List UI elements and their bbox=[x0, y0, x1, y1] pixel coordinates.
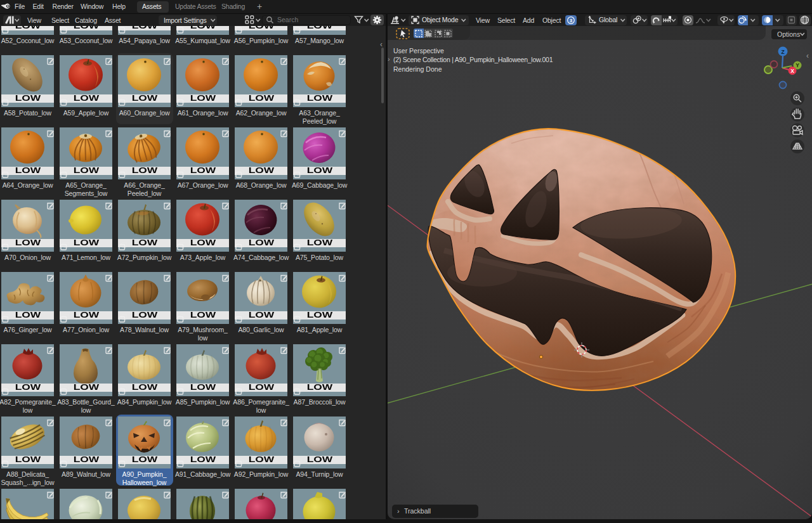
svg-text:3: 3 bbox=[570, 17, 573, 23]
svg-text:X: X bbox=[790, 68, 794, 74]
svg-text:Y: Y bbox=[796, 62, 799, 68]
svg-text:Z: Z bbox=[781, 49, 784, 55]
